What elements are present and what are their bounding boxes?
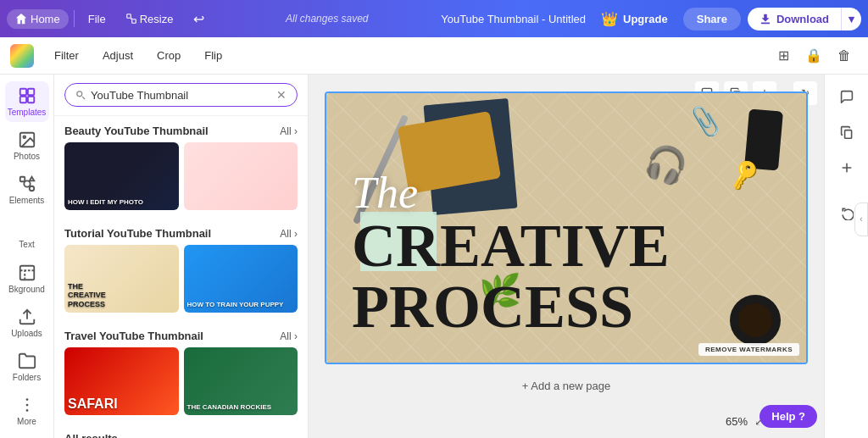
templates-label: Templates [8, 108, 47, 117]
trash-icon: 🗑 [837, 48, 851, 64]
filter-button[interactable]: Filter [44, 45, 89, 66]
home-button[interactable]: Home [7, 9, 69, 29]
undo-button[interactable]: ↩ [185, 8, 213, 30]
lock-icon: 🔒 [805, 47, 822, 64]
tutorial-all-link[interactable]: All › [280, 228, 298, 240]
svg-rect-5 [19, 97, 25, 103]
sidebar-item-photos[interactable]: Photos [5, 125, 49, 166]
upgrade-button[interactable]: 👑 Upgrade [593, 8, 676, 30]
main-layout: Templates Photos Elements Text [0, 75, 868, 438]
templates-panel: ✕ Beauty YouTube Thumbnail All › How I E… [54, 75, 309, 438]
search-input-wrapper[interactable]: ✕ [64, 83, 298, 107]
resize-button[interactable]: Resize [118, 9, 182, 29]
travel-template-1-text: SAFARI [68, 396, 175, 412]
download-button-group[interactable]: Download ▾ [748, 8, 861, 30]
tutorial-template-1-text: THECREATIVEPROCESS [68, 282, 175, 309]
all-results-section-title: All results [64, 432, 118, 438]
text-label: Text [19, 240, 34, 249]
tutorial-thumbnail-row: THECREATIVEPROCESS HOW TO TRAIN YOUR PUP… [54, 245, 308, 321]
travel-section-title: Travel YouTube Thumbnail [64, 330, 203, 342]
search-input[interactable] [91, 89, 271, 102]
nav-right: YouTube Thumbnail - Untitled 👑 Upgrade S… [441, 8, 861, 30]
svg-point-15 [25, 409, 28, 412]
right-copy-button[interactable] [832, 117, 862, 147]
folders-label: Folders [13, 373, 41, 382]
share-button[interactable]: Share [683, 8, 741, 30]
beauty-template-1[interactable]: How I Edit My Photo [64, 142, 179, 210]
document-title: YouTube Thumbnail - Untitled [441, 13, 586, 25]
adjust-button[interactable]: Adjust [92, 45, 143, 66]
sidebar-item-elements[interactable]: Elements [5, 169, 49, 210]
right-comment-button[interactable] [832, 81, 862, 112]
search-icon [75, 89, 86, 101]
canvas-text-the: The [352, 171, 738, 215]
delete-button[interactable]: 🗑 [831, 42, 858, 69]
canvas-text-overlay[interactable]: The Creative Process [352, 171, 738, 337]
sidebar-item-templates[interactable]: Templates [5, 81, 49, 122]
beauty-template-2[interactable] [184, 142, 298, 210]
background-label: Bkground [8, 285, 45, 294]
tutorial-template-2[interactable]: HOW TO TRAIN YOUR PUPPY [184, 245, 298, 313]
zoom-level[interactable]: 65% [726, 415, 748, 428]
svg-point-14 [25, 404, 28, 407]
nav-separator [74, 10, 75, 27]
crop-button[interactable]: Crop [147, 45, 191, 66]
right-panel [824, 75, 868, 438]
travel-template-2-text: THE CANADIAN ROCKIES [187, 403, 295, 412]
download-label: Download [776, 13, 829, 25]
download-dropdown-button[interactable]: ▾ [841, 8, 861, 30]
more-label: More [17, 417, 36, 426]
lock-button[interactable]: 🔒 [800, 42, 827, 69]
canvas-text-creative: Creative [352, 215, 738, 276]
saved-status: All changes saved [286, 13, 368, 25]
sidebar-item-background[interactable]: Bkground [5, 258, 49, 299]
more-icon [18, 396, 36, 414]
travel-section-header: Travel YouTube Thumbnail All › [54, 321, 308, 347]
bottom-bar: 65% ⤢ [726, 414, 765, 428]
flip-button[interactable]: Flip [194, 45, 232, 66]
file-button[interactable]: File [80, 9, 114, 29]
travel-all-link[interactable]: All › [280, 330, 298, 342]
svg-rect-4 [27, 89, 33, 95]
tutorial-template-1[interactable]: THECREATIVEPROCESS [64, 245, 179, 313]
download-main-button[interactable]: Download [748, 8, 841, 30]
svg-rect-2 [761, 22, 771, 24]
home-label: Home [31, 13, 60, 25]
right-add-button[interactable] [832, 152, 862, 183]
search-clear-button[interactable]: ✕ [276, 88, 287, 102]
beauty-section-title: Beauty YouTube Thumbnail [64, 125, 209, 137]
all-results-section-header: All results [54, 424, 308, 438]
edit-toolbar: Filter Adjust Crop Flip ⊞ 🔒 🗑 [0, 37, 868, 75]
help-button[interactable]: Help ? [760, 405, 817, 428]
canva-logo [10, 44, 34, 68]
tutorial-section-header: Tutorial YouTube Thumbnail All › [54, 219, 308, 245]
travel-thumbnail-row: SAFARI THE CANADIAN ROCKIES [54, 347, 308, 424]
sidebar-item-uploads[interactable]: Uploads [5, 302, 49, 343]
travel-template-1[interactable]: SAFARI [64, 347, 179, 415]
canvas-text-process: Process [352, 276, 738, 337]
share-label: Share [697, 13, 727, 25]
sidebar-item-folders[interactable]: Folders [5, 347, 49, 387]
right-rotate-icon [840, 207, 854, 220]
svg-point-16 [77, 91, 82, 97]
beauty-template-1-text: How I Edit My Photo [68, 198, 175, 207]
canvas-wrapper[interactable]: 🎧 📎 🌿 🔑 The Creative Process REMOVE WATE… [325, 91, 808, 364]
sidebar-item-more[interactable]: More [5, 391, 49, 431]
canvas-area: + ↻ 🎧 📎 🌿 🔑 The [309, 75, 824, 438]
help-label: Help ? [771, 410, 805, 423]
grid-view-button[interactable]: ⊞ [770, 42, 797, 69]
add-page-button[interactable]: + Add a new page [505, 374, 627, 397]
photos-icon [18, 130, 36, 149]
sidebar-item-text[interactable]: Text [5, 213, 49, 254]
svg-rect-6 [27, 97, 33, 103]
right-add-icon [840, 161, 854, 175]
right-comment-icon [840, 90, 854, 103]
svg-rect-3 [19, 89, 25, 95]
tutorial-template-2-text: HOW TO TRAIN YOUR PUPPY [187, 301, 295, 309]
travel-template-2[interactable]: THE CANADIAN ROCKIES [184, 347, 298, 415]
remove-watermarks-button[interactable]: REMOVE WATERMARKS [698, 343, 799, 356]
elements-icon [18, 175, 36, 193]
tutorial-section-title: Tutorial YouTube Thumbnail [64, 227, 211, 240]
search-bar: ✕ [54, 75, 308, 116]
beauty-all-link[interactable]: All › [280, 125, 298, 137]
